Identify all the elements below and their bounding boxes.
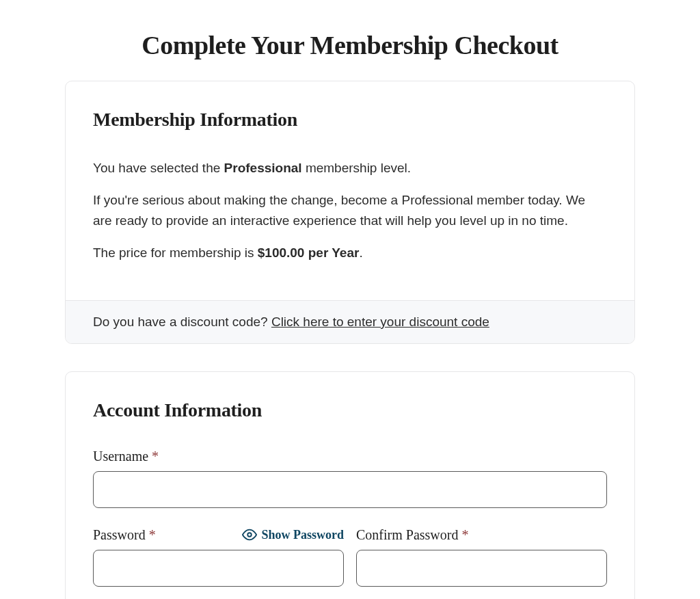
username-label-text: Username <box>93 449 148 464</box>
username-label: Username * <box>93 449 607 464</box>
membership-info-card: Membership Information You have selected… <box>65 81 635 344</box>
membership-selected-level: Professional <box>224 161 302 175</box>
membership-price-suffix: . <box>359 245 362 260</box>
confirm-password-label: Confirm Password * <box>356 527 468 543</box>
membership-description: If you're serious about making the chang… <box>93 190 607 230</box>
confirm-password-input[interactable] <box>356 550 607 587</box>
required-mark: * <box>461 527 468 542</box>
account-info-body: Account Information Username * Password … <box>66 372 634 599</box>
password-input[interactable] <box>93 550 344 587</box>
discount-prompt-text: Do you have a discount code? <box>93 315 271 329</box>
membership-price-value: $100.00 per Year <box>258 245 360 260</box>
membership-info-heading: Membership Information <box>93 109 607 131</box>
discount-code-link[interactable]: Click here to enter your discount code <box>271 315 489 329</box>
password-label: Password * <box>93 527 156 543</box>
svg-point-0 <box>248 533 252 537</box>
password-group: Password * Show Password <box>93 527 344 587</box>
required-mark: * <box>149 527 156 542</box>
confirm-password-label-text: Confirm Password <box>356 527 458 542</box>
show-password-toggle[interactable]: Show Password <box>242 527 344 542</box>
membership-price-text: The price for membership is $100.00 per … <box>93 243 607 263</box>
show-password-label: Show Password <box>261 528 344 542</box>
membership-info-body: Membership Information You have selected… <box>66 81 634 300</box>
confirm-password-group: Confirm Password * <box>356 527 607 587</box>
password-row: Password * Show Password <box>93 527 607 587</box>
membership-selected-prefix: You have selected the <box>93 161 224 175</box>
password-label-row: Password * Show Password <box>93 527 344 543</box>
account-info-card: Account Information Username * Password … <box>65 371 635 599</box>
password-label-text: Password <box>93 527 146 542</box>
membership-selected-text: You have selected the Professional membe… <box>93 158 607 178</box>
username-group: Username * <box>93 449 607 508</box>
eye-icon <box>242 527 257 542</box>
membership-price-prefix: The price for membership is <box>93 245 258 260</box>
page-title: Complete Your Membership Checkout <box>0 30 700 60</box>
discount-code-bar: Do you have a discount code? Click here … <box>66 300 634 343</box>
username-input[interactable] <box>93 471 607 508</box>
confirm-password-label-row: Confirm Password * <box>356 527 607 543</box>
membership-selected-suffix: membership level. <box>302 161 411 175</box>
account-info-heading: Account Information <box>93 399 607 421</box>
required-mark: * <box>152 449 159 464</box>
